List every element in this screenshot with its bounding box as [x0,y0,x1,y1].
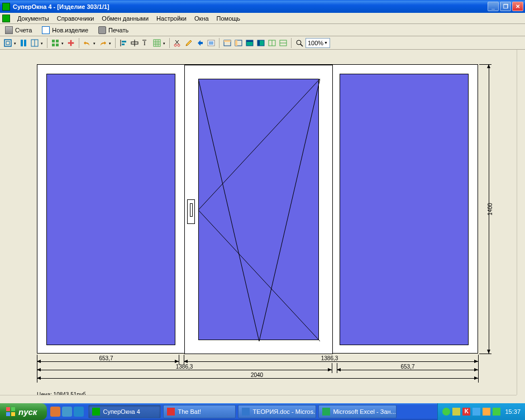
menu-documents[interactable]: Документы [13,14,53,23]
task-label: ТЕОРИЯ.doc - Micros... [252,408,316,415]
print-button[interactable]: Печать [97,26,130,35]
dim-line [37,361,179,362]
menu-data-exchange[interactable]: Обмен данными [98,14,152,23]
new-product-button[interactable]: Нов.изделие [40,26,90,35]
zoom-value: 100% [308,40,323,46]
new-icon [42,26,50,34]
dim-label: 1386,3 [307,355,352,361]
window-title: СуперОкна 4 - [Изделие 303/1/1] [13,3,488,10]
separator [115,38,116,48]
svg-rect-48 [6,407,10,411]
excel-icon [322,408,330,416]
tool-redo-icon[interactable] [98,38,108,48]
task-label: Microsoft Excel - Зан... [333,408,395,415]
ql-desktop-icon[interactable] [74,407,84,417]
separator [79,38,79,48]
vertical-scrollbar[interactable] [517,50,525,395]
window-handle-icon[interactable] [187,199,195,224]
tool-panel4-icon[interactable] [256,38,266,48]
print-label: Печать [108,27,128,34]
calculator-icon [5,26,13,34]
taskbar: пуск СуперОкна 4 The Bat! ТЕОРИЯ.doc - M… [0,403,525,420]
window-frame[interactable] [37,64,478,354]
toolbar-icons: I 100% ▼ [0,36,525,50]
mdi-child-icon[interactable] [2,15,10,22]
bat-icon [167,408,175,416]
svg-rect-17 [154,40,160,46]
menu-windows[interactable]: Окна [190,14,213,23]
menu-references[interactable]: Справочники [53,14,98,23]
tool-text-icon[interactable]: I [141,38,151,48]
app-icon [2,3,10,11]
svg-point-24 [174,44,176,46]
svg-point-42 [297,40,301,45]
tray-icon[interactable] [483,408,490,416]
separator [219,38,219,48]
svg-rect-35 [246,40,253,42]
ql-ie-icon[interactable] [62,407,72,417]
app-icon [92,408,100,416]
dim-label: 1386,3 [162,364,207,370]
tray-k-icon[interactable]: K [462,408,470,416]
menu-help[interactable]: Помощь [213,14,245,23]
ql-firefox-icon[interactable] [50,407,60,417]
canvas-area[interactable]: 1400 653,7 1386,3 1386,3 653 [0,50,517,403]
tool-profile-icon[interactable] [30,38,40,48]
new-product-label: Нов.изделие [52,27,88,34]
close-button[interactable]: ✕ [512,2,523,11]
tray-icon[interactable] [452,408,460,416]
task-excel[interactable]: Microsoft Excel - Зан... [318,405,397,418]
zoom-combo[interactable]: 100% ▼ [306,38,330,48]
tool-panel6-icon[interactable] [278,38,288,48]
center-sash[interactable] [184,65,333,354]
tool-pencil-icon[interactable] [184,38,194,48]
dim-line [37,378,478,379]
svg-rect-0 [4,40,11,46]
clock[interactable]: 15:37 [505,408,521,415]
tool-zoom-icon[interactable] [294,38,304,48]
tray-icon[interactable] [493,408,500,416]
tool-frame-icon[interactable] [3,38,13,48]
svg-rect-1 [6,41,9,45]
dim-line [37,370,332,370]
tool-panel1-icon[interactable] [222,38,232,48]
tool-undo-icon[interactable] [82,38,92,48]
tool-align-center-icon[interactable] [130,38,140,48]
quick-launch [50,407,84,417]
tool-panel3-icon[interactable] [245,38,255,48]
tool-list-icon[interactable] [206,38,216,48]
tool-panel5-icon[interactable] [267,38,277,48]
system-tray[interactable]: K 15:37 [437,403,525,420]
tool-layout-icon[interactable] [50,38,60,48]
tool-align-left-icon[interactable] [118,38,128,48]
separator [291,38,292,48]
dim-height-label: 1400 [487,203,493,215]
pane-right[interactable] [340,74,469,345]
task-word[interactable]: ТЕОРИЯ.doc - Micros... [238,405,316,418]
tool-cut-icon[interactable] [173,38,183,48]
tool-move-icon[interactable] [66,38,76,48]
dim-tick [479,354,491,354]
tool-sash-icon[interactable] [18,38,28,48]
word-icon [242,408,250,416]
task-superokna[interactable]: СуперОкна 4 [88,405,161,418]
task-label: СуперОкна 4 [103,408,140,415]
start-button[interactable]: пуск [0,403,47,420]
printer-icon [98,26,106,34]
svg-line-45 [259,79,320,341]
titlebar: СуперОкна 4 - [Изделие 303/1/1] _ ❐ ✕ [0,0,525,13]
accounts-button[interactable]: Счета [3,26,34,35]
tray-icon[interactable] [442,408,450,416]
dim-tick [332,363,332,373]
minimize-button[interactable]: _ [488,2,499,11]
tray-icon[interactable] [472,408,480,416]
menu-settings[interactable]: Настройки [152,14,190,23]
horizontal-scrollbar[interactable] [0,395,517,403]
svg-line-46 [198,79,320,210]
task-thebat[interactable]: The Bat! [163,405,236,418]
tool-arrow-left-icon[interactable] [195,38,205,48]
tool-grid-icon[interactable] [152,38,162,48]
restore-button[interactable]: ❐ [500,2,511,11]
pane-left[interactable] [46,74,175,345]
tool-panel2-icon[interactable] [233,38,244,48]
